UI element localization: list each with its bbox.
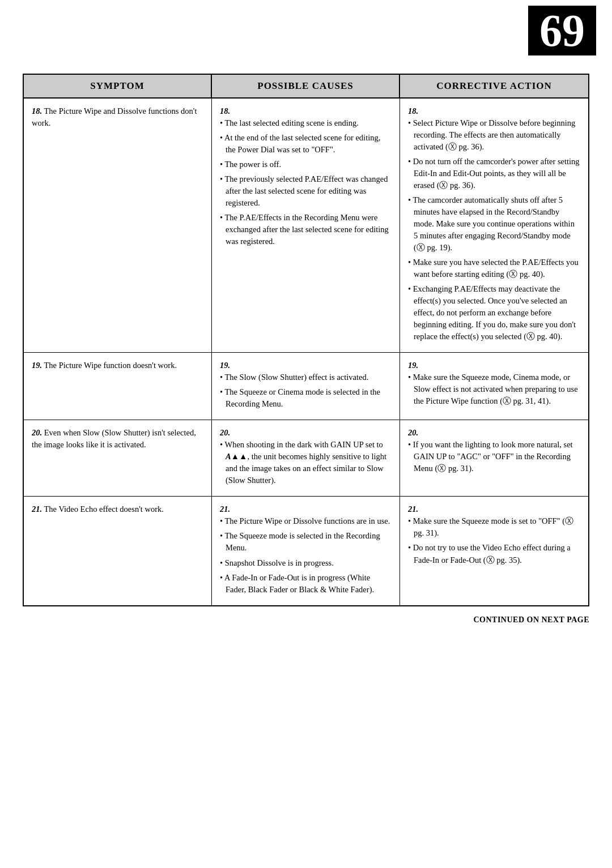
table-header: Symptom Possible Causes Corrective Actio… (23, 74, 589, 99)
action-18-4: Make sure you have selected the P.AE/Eff… (408, 256, 580, 280)
action-19-1: Make sure the Squeeze mode, Cinema mode,… (408, 371, 580, 407)
cause-19-1: The Slow (Slow Shutter) effect is activa… (220, 371, 392, 383)
causes-cell-20: 20. When shooting in the dark with GAIN … (212, 420, 400, 496)
action-cell-18: 18. Select Picture Wipe or Dissolve befo… (400, 99, 588, 352)
symptom-cell-19: 19. The Picture Wipe function doesn't wo… (24, 353, 212, 420)
action-21-num: 21. (408, 504, 418, 514)
cause-21-2: The Squeeze mode is selected in the Reco… (220, 530, 392, 554)
table-body: 18. The Picture Wipe and Dissolve functi… (23, 99, 589, 606)
header-action: Corrective Action (400, 75, 588, 97)
action-18-2: Do not turn off the camcorder's power af… (408, 156, 580, 191)
cause-18-1: The last selected editing scene is endin… (220, 117, 392, 129)
cause-18-5: The P.AE/Effects in the Recording Menu w… (220, 212, 392, 247)
cause-19-2: The Squeeze or Cinema mode is selected i… (220, 386, 392, 410)
action-cell-19: 19. Make sure the Squeeze mode, Cinema m… (400, 353, 588, 420)
action-cell-21: 21. Make sure the Squeeze mode is set to… (400, 497, 588, 605)
causes-cell-21: 21. The Picture Wipe or Dissolve functio… (212, 497, 400, 605)
cause-18-3: The power is off. (220, 159, 392, 170)
header-causes: Possible Causes (212, 75, 400, 97)
symptom-cell-18: 18. The Picture Wipe and Dissolve functi… (24, 99, 212, 352)
action-20-num: 20. (408, 428, 418, 437)
row-21-num: 21. (32, 504, 42, 514)
causes-18-num: 18. (220, 106, 230, 116)
cause-21-3: Snapshot Dissolve is in progress. (220, 557, 392, 569)
action-21-1: Make sure the Squeeze mode is set to "OF… (408, 515, 580, 539)
symptom-cell-20: 20. Even when Slow (Slow Shutter) isn't … (24, 420, 212, 496)
action-19-num: 19. (408, 361, 418, 370)
cause-20-1: When shooting in the dark with GAIN UP s… (220, 439, 392, 486)
header-symptom: Symptom (24, 75, 212, 97)
action-20-1: If you want the lighting to look more na… (408, 439, 580, 474)
table-row: 18. The Picture Wipe and Dissolve functi… (24, 99, 588, 353)
page-number: 69 (528, 6, 596, 55)
row-19-num: 19. (32, 361, 42, 370)
action-18-5: Exchanging P.AE/Effects may deactivate t… (408, 283, 580, 343)
action-21-2: Do not try to use the Video Echo effect … (408, 542, 580, 566)
continued-footer: CONTINUED ON NEXT PAGE (23, 615, 589, 625)
action-cell-20: 20. If you want the lighting to look mor… (400, 420, 588, 496)
table-row: 20. Even when Slow (Slow Shutter) isn't … (24, 420, 588, 497)
table-row: 19. The Picture Wipe function doesn't wo… (24, 353, 588, 420)
table-row: 21. The Video Echo effect doesn't work. … (24, 497, 588, 605)
causes-cell-19: 19. The Slow (Slow Shutter) effect is ac… (212, 353, 400, 420)
causes-20-num: 20. (220, 428, 230, 437)
symptom-cell-21: 21. The Video Echo effect doesn't work. (24, 497, 212, 605)
cause-21-4: A Fade-In or Fade-Out is in progress (Wh… (220, 572, 392, 596)
action-18-3: The camcorder automatically shuts off af… (408, 194, 580, 254)
row-20-num: 20. (32, 428, 42, 437)
cause-18-4: The previously selected P.AE/Effect was … (220, 173, 392, 209)
action-18-num: 18. (408, 106, 418, 116)
causes-cell-18: 18. The last selected editing scene is e… (212, 99, 400, 352)
causes-21-num: 21. (220, 504, 230, 514)
causes-19-num: 19. (220, 361, 230, 370)
cause-18-2: At the end of the last selected scene fo… (220, 132, 392, 156)
cause-21-1: The Picture Wipe or Dissolve functions a… (220, 515, 392, 527)
row-18-num: 18. (32, 106, 42, 116)
action-18-1: Select Picture Wipe or Dissolve before b… (408, 117, 580, 153)
